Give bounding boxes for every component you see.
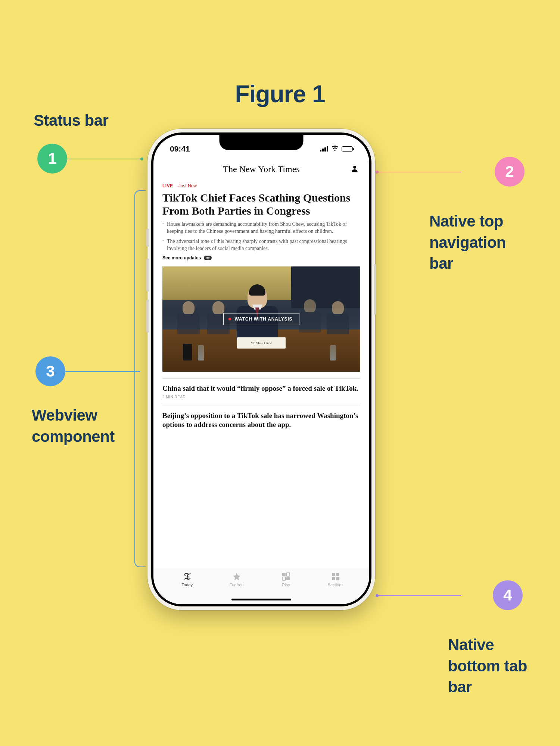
svg-rect-2 [286, 573, 290, 576]
story-headline: Beijing’s opposition to a TikTok sale ha… [162, 411, 360, 429]
svg-rect-6 [336, 573, 339, 576]
bottom-tab-bar: 𝔗 Today For You Play [153, 569, 369, 604]
svg-rect-5 [332, 573, 335, 576]
updates-count-badge: 9+ [204, 256, 211, 260]
phone-notch [220, 135, 304, 150]
live-timestamp: Just Now [178, 183, 197, 188]
tab-sections[interactable]: Sections [321, 571, 351, 596]
svg-rect-3 [282, 577, 286, 580]
summary-bullets: House lawmakers are demanding accountabi… [162, 221, 360, 252]
annotation-label-webview: Webview component [32, 405, 144, 447]
tab-for-you[interactable]: For You [222, 571, 252, 596]
see-more-label: See more updates [162, 255, 201, 260]
summary-bullet: The adversarial tone of this hearing sha… [162, 238, 360, 252]
phone-volume-down [146, 300, 149, 333]
annotation-badge-1: 1 [37, 144, 67, 174]
battery-icon [342, 146, 353, 152]
read-time-label: 2 MIN READ [162, 395, 360, 399]
svg-rect-1 [282, 573, 286, 576]
story-headline: China said that it would “firmly oppose”… [162, 384, 360, 393]
video-nameplate: Mr. Shou Chew [237, 337, 286, 349]
annotation-label-top-nav: Native top navigation bar [429, 211, 534, 274]
phone-silence-switch [146, 229, 149, 247]
connector-line-4 [377, 595, 461, 596]
webview-content[interactable]: LIVE Just Now TikTok Chief Faces Scathin… [153, 180, 369, 569]
story-item[interactable]: China said that it would “firmly oppose”… [162, 384, 360, 399]
annotation-label-tab-bar: Native bottom tab bar [448, 634, 530, 698]
divider [162, 406, 360, 406]
tab-label: Today [182, 583, 193, 587]
story-item[interactable]: Beijing’s opposition to a TikTok sale ha… [162, 411, 360, 429]
svg-rect-4 [286, 577, 290, 580]
figure-title: Figure 1 [235, 80, 325, 108]
live-badge: LIVE [162, 183, 173, 188]
watch-with-analysis-button[interactable]: WATCH WITH ANALYSIS [223, 313, 300, 325]
annotation-badge-2: 2 [495, 157, 525, 187]
top-navigation-bar: The New York Times [153, 158, 369, 180]
live-indicator-row: LIVE Just Now [162, 183, 360, 188]
wifi-icon [331, 144, 339, 153]
connector-line-1 [67, 159, 142, 159]
star-icon [231, 571, 242, 582]
phone-mockup: 09:41 The New York Times [147, 129, 375, 610]
cellular-signal-icon [320, 146, 328, 152]
tab-label: Sections [328, 583, 343, 587]
nyt-t-icon: 𝔗 [182, 571, 192, 582]
divider [162, 378, 360, 379]
profile-icon[interactable] [351, 165, 359, 174]
annotation-badge-4: 4 [493, 580, 523, 610]
annotation-badge-3: 3 [35, 356, 65, 386]
svg-rect-8 [336, 577, 339, 581]
connector-line-3 [65, 371, 140, 372]
home-indicator[interactable] [231, 599, 291, 600]
tab-label: For You [230, 583, 244, 587]
main-headline[interactable]: TikTok Chief Faces Scathing Questions Fr… [162, 191, 360, 217]
svg-rect-7 [332, 577, 335, 581]
webview-bracket [134, 190, 146, 567]
sections-grid-icon [330, 571, 341, 582]
app-title-logo[interactable]: The New York Times [223, 164, 299, 174]
phone-screen: 09:41 The New York Times [153, 135, 369, 604]
play-grid-icon [281, 571, 291, 582]
svg-point-0 [353, 166, 356, 169]
annotation-label-status-bar: Status bar [34, 110, 108, 131]
status-time: 09:41 [170, 144, 190, 153]
connector-line-2 [377, 172, 461, 172]
tab-play[interactable]: Play [271, 571, 301, 596]
tab-label: Play [282, 583, 290, 587]
see-more-updates-link[interactable]: See more updates 9+ [162, 255, 360, 260]
summary-bullet: House lawmakers are demanding accountabi… [162, 221, 360, 235]
video-thumbnail[interactable]: Mr. Shou Chew WATCH WITH ANALYSIS [162, 266, 360, 372]
phone-power-button [374, 264, 376, 315]
phone-volume-up [146, 259, 149, 291]
tab-today[interactable]: 𝔗 Today [172, 571, 202, 596]
